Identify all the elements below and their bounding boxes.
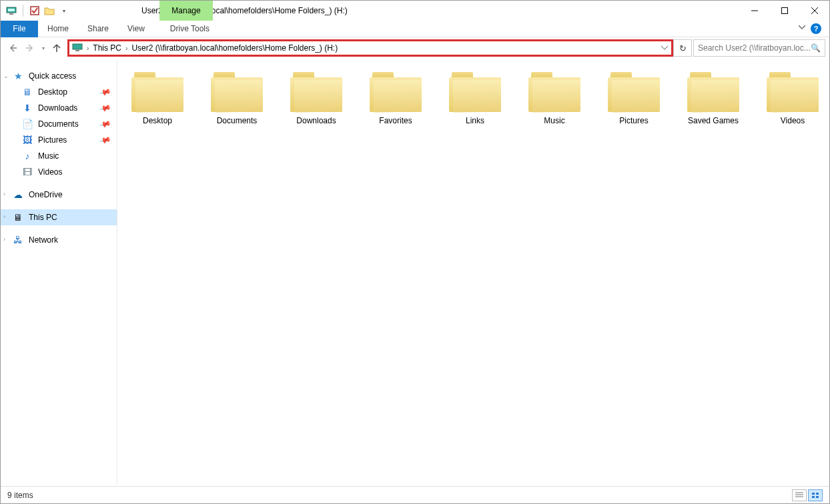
pc-icon: 🖥 [13,212,23,223]
sidebar-item-label: Documents [38,119,79,129]
navigation-pane: ⌄ ★ Quick access 🖥Desktop📌 ⬇Downloads📌 📄… [1,60,117,485]
recent-dropdown-icon[interactable]: ▾ [39,40,47,56]
folder-label: Pictures [619,116,648,125]
minimize-button[interactable] [739,1,769,20]
pc-small-icon [72,42,83,55]
back-button[interactable] [5,40,21,56]
folder-icon [687,72,739,112]
search-placeholder: Search User2 (\\firatboyan.loc... [698,43,811,53]
help-icon: ? [811,23,821,34]
tab-drive-tools[interactable]: Drive Tools [161,21,219,37]
search-icon: 🔍 [811,43,821,53]
chevron-right-icon[interactable]: › [124,45,129,52]
folder-icon [131,72,183,112]
forward-button[interactable] [22,40,38,56]
refresh-button[interactable]: ↻ [673,39,692,57]
pc-icon[interactable] [6,5,17,16]
chevron-down-icon[interactable]: ⌄ [3,73,9,79]
chevron-right-icon[interactable]: › [3,191,5,197]
address-bar[interactable]: › This PC › User2 (\\firatboyan.local\ho… [67,39,673,57]
folder-item[interactable]: Downloads [290,72,343,125]
folder-icon [608,72,660,112]
sidebar-item-label: Pictures [38,135,67,145]
chevron-right-icon[interactable]: › [3,236,5,243]
sidebar-onedrive[interactable]: ›☁OneDrive [1,187,117,203]
navigation-bar: ▾ › This PC › User2 (\\firatboyan.local\… [1,37,829,60]
cloud-icon: ☁ [13,189,23,200]
folder-label: Videos [781,116,805,125]
contextual-tab-manage[interactable]: Manage [159,1,213,21]
sidebar-item-desktop[interactable]: 🖥Desktop📌 [1,84,117,100]
sidebar-item-downloads[interactable]: ⬇Downloads📌 [1,100,117,116]
desktop-icon: 🖥 [22,87,33,97]
details-view-button[interactable] [792,489,807,501]
folder-item[interactable]: Music [528,72,581,125]
new-folder-icon[interactable] [44,5,55,16]
sidebar-this-pc[interactable]: ›🖥This PC [1,209,117,225]
svg-rect-15 [812,493,815,495]
chevron-right-icon[interactable]: › [3,213,5,220]
folder-item[interactable]: Videos [766,72,819,125]
sidebar-item-pictures[interactable]: 🖼Pictures📌 [1,132,117,148]
folder-item[interactable]: Favorites [369,72,422,125]
sidebar-network[interactable]: ›🖧Network [1,232,117,248]
folder-icon [290,72,342,112]
folder-icon [528,72,580,112]
chevron-right-icon[interactable]: › [85,45,90,52]
folder-item[interactable]: Pictures [607,72,661,125]
properties-icon[interactable] [29,5,40,16]
folder-label: Downloads [296,116,336,125]
folder-item[interactable]: Saved Games [687,72,740,125]
close-button[interactable] [799,1,829,20]
titlebar: ▾ Manage User2 (\\firatboyan.local\homef… [1,1,829,21]
tab-share[interactable]: Share [78,21,118,37]
folder-item[interactable]: Links [448,72,502,125]
help-button[interactable]: ? [811,23,821,34]
pin-icon: 📌 [99,101,112,115]
breadcrumb-location[interactable]: User2 (\\firatboyan.local\homefolders\Ho… [131,43,338,53]
folder-icon [211,72,263,112]
maximize-button[interactable] [769,1,799,20]
tab-home[interactable]: Home [38,21,78,37]
folder-item[interactable]: Desktop [131,72,184,125]
pin-icon: 📌 [99,117,112,131]
breadcrumb-this-pc[interactable]: This PC [93,43,121,53]
folder-item[interactable]: Documents [210,72,264,125]
pin-icon: 📌 [99,85,112,99]
folder-label: Desktop [143,116,172,125]
folder-icon [370,72,422,112]
star-icon: ★ [13,71,23,81]
contextual-tab-label: Manage [171,6,200,15]
folder-icon [449,72,501,112]
content-area[interactable]: DesktopDocumentsDownloadsFavoritesLinksM… [117,60,829,485]
search-input[interactable]: Search User2 (\\firatboyan.loc... 🔍 [693,39,825,57]
network-icon: 🖧 [13,235,23,245]
sidebar-quick-access[interactable]: ⌄ ★ Quick access [1,68,117,84]
qat-dropdown-icon[interactable]: ▾ [59,5,69,16]
ribbon-collapse-icon[interactable] [799,23,805,31]
view-mode-buttons [792,489,823,501]
file-tab[interactable]: File [1,21,38,37]
music-icon: ♪ [22,151,33,161]
folder-label: Saved Games [688,116,739,125]
videos-icon: 🎞 [22,167,33,177]
sidebar-item-label: Videos [38,167,62,177]
sidebar-item-videos[interactable]: 🎞Videos [1,164,117,180]
icons-view-button[interactable] [808,489,823,501]
sidebar-item-label: Downloads [38,103,77,113]
folder-grid: DesktopDocumentsDownloadsFavoritesLinksM… [131,72,829,125]
up-button[interactable] [49,40,65,56]
body: ⌄ ★ Quick access 🖥Desktop📌 ⬇Downloads📌 📄… [1,60,829,485]
svg-rect-1 [8,9,15,11]
sidebar-item-documents[interactable]: 📄Documents📌 [1,116,117,132]
folder-label: Favorites [379,116,412,125]
quick-access-toolbar: ▾ [1,5,69,17]
folder-label: Links [466,116,484,125]
sidebar-item-label: Network [29,235,58,245]
tab-view[interactable]: View [118,21,154,37]
sidebar-item-music[interactable]: ♪Music [1,148,117,164]
downloads-icon: ⬇ [22,103,33,113]
ribbon: File Home Share View Drive Tools ? [1,21,829,37]
sidebar-item-label: Quick access [29,71,76,81]
svg-rect-2 [9,13,13,15]
